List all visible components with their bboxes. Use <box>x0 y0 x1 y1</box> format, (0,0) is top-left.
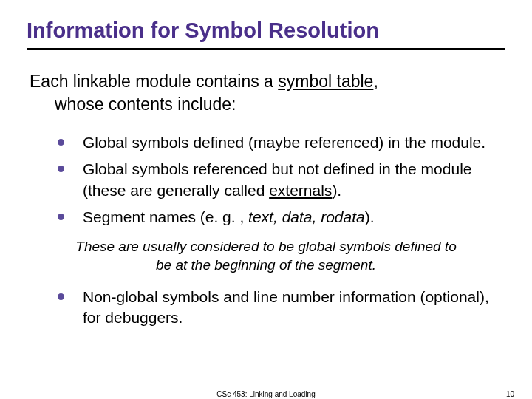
slide: Information for Symbol Resolution Each l… <box>0 0 532 399</box>
note-paragraph: These are usually considered to be globa… <box>69 238 463 274</box>
bullet-italic: text, data, rodata <box>248 208 365 225</box>
list-item: Non-global symbols and line number infor… <box>58 287 505 329</box>
intro-line2: whose contents include: <box>30 93 505 116</box>
bullet-icon <box>58 139 64 146</box>
slide-title: Information for Symbol Resolution <box>27 18 505 44</box>
bullet-text-pre: Segment names (e. g. , <box>83 208 248 225</box>
list-item: Global symbols referenced but not define… <box>58 159 505 201</box>
bullet-icon <box>58 214 64 220</box>
intro-paragraph: Each linkable module contains a symbol t… <box>27 70 505 116</box>
bullet-icon <box>58 166 64 172</box>
bullet-text: Non-global symbols and line number infor… <box>83 288 489 326</box>
intro-line1-pre: Each linkable module contains a <box>30 72 278 91</box>
page-number: 10 <box>506 390 514 398</box>
bullet-text-post: ). <box>365 208 375 225</box>
bullet-text: Global symbols defined (maybe referenced… <box>83 134 485 151</box>
bullet-icon <box>58 293 64 300</box>
footer-center: CSc 453: Linking and Loading <box>216 390 315 398</box>
bullet-list-2: Non-global symbols and line number infor… <box>27 287 505 329</box>
intro-underlined: symbol table <box>278 72 373 91</box>
list-item: Global symbols defined (maybe referenced… <box>58 132 505 153</box>
bullet-text-post: ). <box>332 182 341 199</box>
list-item: Segment names (e. g. , text, data, rodat… <box>58 207 505 228</box>
bullet-underlined: externals <box>269 182 332 199</box>
bullet-list-1: Global symbols defined (maybe referenced… <box>27 132 505 228</box>
intro-line1-post: , <box>373 72 378 91</box>
title-rule <box>27 48 505 50</box>
